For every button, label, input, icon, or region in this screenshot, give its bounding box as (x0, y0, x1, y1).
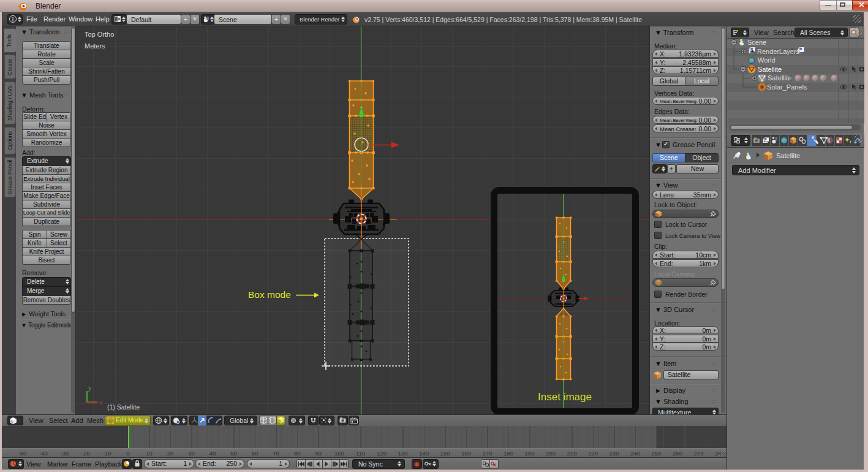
svg-text:x: x (99, 399, 102, 406)
svg-text:y: y (88, 385, 91, 392)
